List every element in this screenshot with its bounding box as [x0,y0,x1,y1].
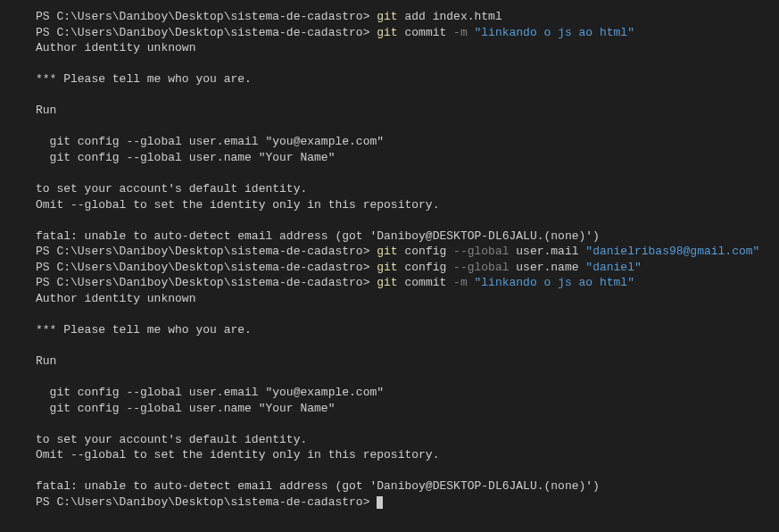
output-text [36,120,43,133]
output-text [36,417,43,430]
terminal-line [36,165,743,181]
prompt: PS C:\Users\Daniboy\Desktop\sistema-de-c… [36,245,377,258]
terminal-line [36,306,743,322]
terminal-line: fatal: unable to auto-detect email addre… [36,229,743,245]
command-part: git [377,26,404,39]
terminal-line [36,337,743,353]
command-part: commit [404,276,453,289]
output-text: git config --global user.email "you@exam… [36,386,384,399]
command-part: --global [453,261,516,274]
terminal-line: *** Please tell me who you are. [36,322,743,338]
command-part: add index.html [404,10,501,23]
terminal-line [36,87,743,104]
output-text: Omit --global to set the identity only i… [36,448,439,461]
terminal-line [36,56,743,72]
terminal-line: PS C:\Users\Daniboy\Desktop\sistema-de-c… [36,260,743,276]
terminal-line: Run [36,103,743,119]
terminal-line: Omit --global to set the identity only i… [36,447,743,463]
command-part: commit [404,26,453,39]
terminal-output[interactable]: PS C:\Users\Daniboy\Desktop\sistema-de-c… [0,9,779,511]
command-part: git [377,10,404,23]
command-part: user.mail [516,245,585,258]
command-part: user.name [516,261,585,274]
terminal-line [36,370,743,386]
output-text: *** Please tell me who you are. [36,323,252,337]
output-text: git config --global user.name "Your Name… [36,402,335,415]
output-text: Author identity unknown [36,41,195,54]
terminal-line: git config --global user.name "Your Name… [36,401,743,417]
terminal-line: PS C:\Users\Daniboy\Desktop\sistema-de-c… [36,244,743,260]
command-part: config [404,245,453,258]
terminal-line: git config --global user.email "you@exam… [36,134,743,150]
terminal-line: PS C:\Users\Daniboy\Desktop\sistema-de-c… [36,275,743,291]
output-text [36,57,43,71]
terminal-line: Author identity unknown [36,40,743,56]
command-part: "linkando o js ao html" [475,26,634,39]
output-text: *** Please tell me who you are. [36,72,252,86]
terminal-line: Run [36,353,743,370]
output-text [36,166,43,179]
terminal-line [36,212,743,229]
command-part: git [377,276,404,289]
output-text: Omit --global to set the identity only i… [36,198,439,212]
terminal-line: git config --global user.email "you@exam… [36,385,743,401]
cursor [377,496,383,509]
terminal-line: PS C:\Users\Daniboy\Desktop\sistema-de-c… [36,25,743,41]
output-text: git config --global user.name "Your Name… [36,151,335,164]
command-part: "danielribas98@gmail.com" [585,245,759,258]
command-part: -m [453,26,474,39]
terminal-line: fatal: unable to auto-detect email addre… [36,478,743,495]
terminal-line [36,119,743,135]
output-text: Run [36,354,56,368]
prompt: PS C:\Users\Daniboy\Desktop\sistema-de-c… [36,10,377,23]
terminal-line: to set your account's default identity. [36,432,743,448]
output-text [36,464,43,478]
command-part: --global [453,245,516,258]
terminal-line: Omit --global to set the identity only i… [36,197,743,213]
terminal-line [36,463,743,479]
terminal-line: Author identity unknown [36,291,743,307]
terminal-line [36,416,743,432]
prompt: PS C:\Users\Daniboy\Desktop\sistema-de-c… [36,261,377,274]
output-text: fatal: unable to auto-detect email addre… [36,229,600,243]
output-text [36,370,43,384]
output-text: Run [36,104,56,117]
terminal-line: *** Please tell me who you are. [36,71,743,87]
terminal-line: git config --global user.name "Your Name… [36,150,743,166]
output-text: Author identity unknown [36,292,195,305]
output-text: to set your account's default identity. [36,433,307,446]
output-text: git config --global user.email "you@exam… [36,135,384,148]
command-part: git [377,245,404,258]
output-text: to set your account's default identity. [36,182,307,195]
prompt: PS C:\Users\Daniboy\Desktop\sistema-de-c… [36,495,377,509]
terminal-line: PS C:\Users\Daniboy\Desktop\sistema-de-c… [36,495,743,511]
output-text [36,88,43,102]
output-text [36,307,43,320]
command-part: -m [453,276,474,289]
output-text [36,338,43,352]
command-part: "daniel" [585,261,641,274]
command-part: "linkando o js ao html" [475,276,634,289]
prompt: PS C:\Users\Daniboy\Desktop\sistema-de-c… [36,276,377,289]
command-part: config [404,261,453,274]
prompt: PS C:\Users\Daniboy\Desktop\sistema-de-c… [36,26,377,39]
command-part: git [377,261,404,274]
terminal-line: to set your account's default identity. [36,181,743,197]
output-text [36,213,43,227]
output-text: fatal: unable to auto-detect email addre… [36,479,600,493]
terminal-line: PS C:\Users\Daniboy\Desktop\sistema-de-c… [36,9,743,25]
